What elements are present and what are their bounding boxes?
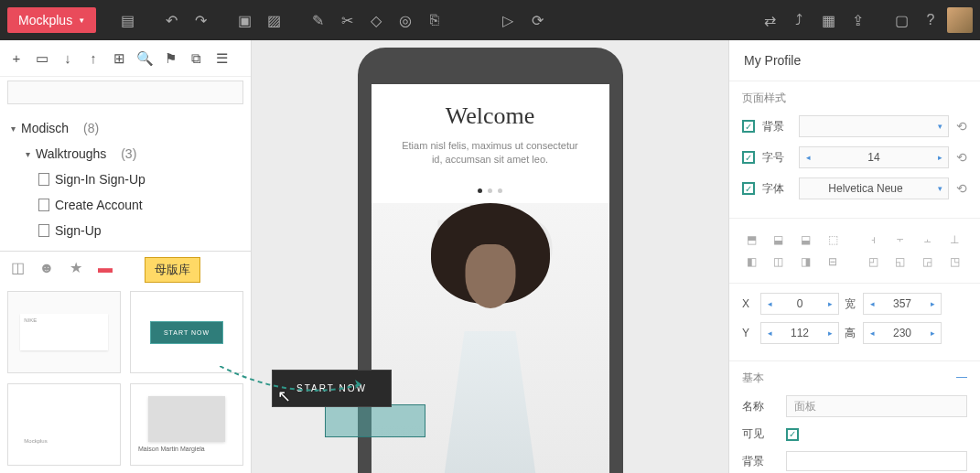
- masters-tab[interactable]: ▬: [95, 258, 115, 278]
- add-page-icon[interactable]: +: [7, 49, 26, 68]
- w-input[interactable]: ◂357▸: [863, 293, 942, 315]
- canvas-area[interactable]: Welcome Etiam nisl felis, maximus ut con…: [252, 40, 728, 473]
- export-icon[interactable]: ⎘: [422, 7, 447, 33]
- left-panel: + ▭ ↓ ↑ ⊞ 🔍 ⚑ ⧉ ☰ ▾ Modisch (8) ▾ Walktr…: [0, 40, 252, 473]
- sort-down-icon[interactable]: ↓: [59, 49, 77, 68]
- bg-checkbox[interactable]: ✓: [742, 120, 755, 133]
- page-search-input[interactable]: [7, 81, 243, 104]
- ungroup-icon[interactable]: ▨: [261, 7, 286, 33]
- favorites-tab[interactable]: ★: [66, 258, 86, 278]
- welcome-heading: Welcome: [372, 84, 609, 139]
- increase-icon[interactable]: ▸: [932, 147, 948, 167]
- dist-h-icon[interactable]: ⫞: [864, 231, 882, 248]
- crop-icon[interactable]: ✂: [334, 7, 360, 33]
- align-stretch-icon[interactable]: ⬚: [824, 231, 842, 248]
- page-item[interactable]: Sign-Up: [0, 218, 251, 243]
- size-icon[interactable]: ⊥: [945, 231, 964, 248]
- visible-label: 可见: [742, 426, 779, 442]
- qr-icon[interactable]: ▦: [815, 7, 841, 33]
- page-dots: [372, 180, 609, 197]
- components-tab[interactable]: ◫: [7, 258, 27, 278]
- sort-up-icon[interactable]: ↑: [84, 49, 102, 68]
- page-item[interactable]: Sign-In Sign-Up: [0, 167, 251, 192]
- distribute-icon[interactable]: ⊟: [824, 253, 842, 270]
- user-avatar[interactable]: [947, 7, 973, 33]
- duplicate-icon[interactable]: ⧉: [187, 49, 205, 68]
- save-icon[interactable]: ▤: [114, 7, 140, 33]
- page-icon: [38, 224, 49, 237]
- upload-icon[interactable]: ⇪: [845, 7, 870, 33]
- fontsize-input[interactable]: ◂14▸: [799, 146, 949, 168]
- font-label: 字体: [762, 181, 792, 197]
- y-input[interactable]: ◂112▸: [760, 322, 839, 344]
- h-input[interactable]: ◂230▸: [863, 322, 942, 344]
- device-icon[interactable]: ▢: [888, 7, 914, 33]
- assets-tabs: ◫ ☻ ★ ▬ 母版库: [0, 251, 251, 284]
- spacing-icon[interactable]: ⫠: [919, 231, 937, 248]
- folder-item[interactable]: ▾ Walktroughs (3): [0, 141, 251, 167]
- chevron-down-icon: ▾: [26, 149, 30, 159]
- page-toolbar: + ▭ ↓ ↑ ⊞ 🔍 ⚑ ⧉ ☰: [0, 40, 251, 77]
- flag-icon[interactable]: ⚑: [161, 49, 179, 68]
- list-icon[interactable]: ☰: [212, 49, 231, 68]
- w-label: 宽: [845, 296, 857, 312]
- folder-icon[interactable]: ▭: [33, 49, 51, 68]
- align-left-icon[interactable]: ◧: [742, 253, 760, 270]
- search-icon[interactable]: 🔍: [135, 49, 154, 68]
- undo-icon[interactable]: ↶: [158, 7, 184, 33]
- name-label: 名称: [742, 399, 779, 414]
- page-item[interactable]: Create Account: [0, 192, 251, 218]
- reset-icon[interactable]: ⟲: [956, 181, 967, 196]
- share-icon[interactable]: ⤴: [786, 7, 812, 33]
- reset-icon[interactable]: ⟲: [956, 150, 967, 165]
- align-vcenter-icon[interactable]: ⬓: [770, 231, 788, 248]
- align-bottom-icon[interactable]: ⬓: [797, 231, 815, 248]
- dropdown-icon[interactable]: ▾: [932, 178, 948, 199]
- arrange2-icon[interactable]: ◱: [891, 253, 910, 270]
- fontsize-checkbox[interactable]: ✓: [742, 151, 755, 164]
- project-root[interactable]: ▾ Modisch (8): [0, 115, 251, 141]
- master-thumb[interactable]: NIKE: [7, 291, 121, 373]
- dist-v-icon[interactable]: ⫟: [891, 231, 910, 248]
- page-style-heading: 页面样式: [742, 91, 967, 106]
- masters-tooltip: 母版库: [145, 257, 200, 283]
- master-thumb[interactable]: Mockplus: [7, 383, 121, 466]
- bg-color-input[interactable]: ▾: [799, 115, 949, 137]
- selection-box[interactable]: [325, 404, 425, 437]
- arrange4-icon[interactable]: ◳: [945, 253, 964, 270]
- bg-swatch[interactable]: [786, 451, 967, 471]
- play-icon[interactable]: ▷: [495, 7, 521, 33]
- redo-icon[interactable]: ↷: [188, 7, 213, 33]
- dropdown-icon[interactable]: ▾: [932, 116, 948, 136]
- app-menu-button[interactable]: Mockplus: [7, 7, 96, 33]
- target-icon[interactable]: ◎: [393, 7, 418, 33]
- page-icon: [38, 199, 49, 211]
- name-input[interactable]: [786, 395, 967, 417]
- icons-tab[interactable]: ☻: [37, 258, 57, 278]
- x-input[interactable]: ◂0▸: [760, 293, 839, 315]
- group-icon[interactable]: ▣: [232, 7, 257, 33]
- reset-icon[interactable]: ⟲: [956, 119, 967, 134]
- align-right-icon[interactable]: ◨: [797, 253, 815, 270]
- decrease-icon[interactable]: ◂: [800, 147, 816, 167]
- sitemap-icon[interactable]: ⊞: [110, 49, 128, 68]
- bg-label: 背景: [762, 119, 792, 134]
- visible-checkbox[interactable]: ✓: [786, 428, 799, 441]
- wand-icon[interactable]: ✎: [305, 7, 330, 33]
- collapse-icon[interactable]: —: [956, 371, 967, 383]
- h-label: 高: [845, 326, 857, 341]
- refresh-icon[interactable]: ⟳: [524, 7, 550, 33]
- master-thumb[interactable]: Maison Martin Margiela: [130, 383, 243, 466]
- arrange-icon[interactable]: ◰: [864, 253, 882, 270]
- panel-title: My Profile: [729, 40, 980, 81]
- page-icon: [38, 173, 49, 186]
- help-icon[interactable]: ?: [918, 7, 943, 33]
- master-thumb-start-now[interactable]: START NOW: [130, 291, 243, 373]
- align-top-icon[interactable]: ⬒: [742, 231, 760, 248]
- align-hcenter-icon[interactable]: ◫: [770, 253, 788, 270]
- font-checkbox[interactable]: ✓: [742, 182, 755, 195]
- arrange3-icon[interactable]: ◲: [919, 253, 937, 270]
- eraser-icon[interactable]: ◇: [363, 7, 389, 33]
- font-select[interactable]: Helvetica Neue▾: [799, 177, 949, 199]
- link-icon[interactable]: ⇄: [757, 7, 782, 33]
